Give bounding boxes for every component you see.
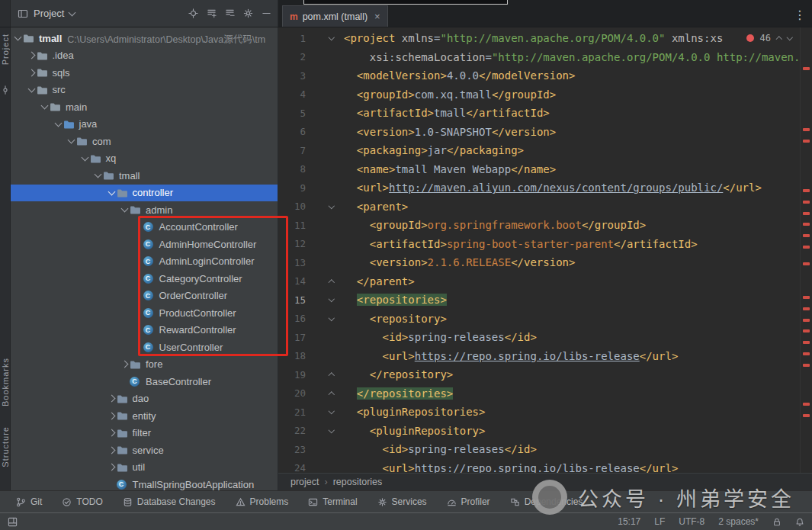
chevron-down-icon[interactable] [41,102,49,110]
chevron-right-icon[interactable] [108,464,115,471]
code-area[interactable]: 1<project xmlns="http://maven.apache.org… [278,27,812,473]
chevron-down-icon[interactable] [68,137,75,144]
toolwindow-button-todo[interactable]: TODO [52,491,112,512]
chevron-right-icon[interactable] [108,429,115,437]
tree-item-tmall[interactable]: tmallC:\Users\Administrator\Desktop\Java… [11,30,278,47]
line-number: 16 [278,313,306,324]
fold-close-icon[interactable] [328,373,334,379]
toolwindow-button-problems[interactable]: Problems [226,491,299,512]
tree-item-service[interactable]: service [11,442,278,459]
lock-icon[interactable] [772,517,782,527]
tree-item-tmallspringbootapplication[interactable]: CTmallSpringBootApplication [11,476,278,490]
tree-item-xq[interactable]: xq [11,150,278,168]
status-indent[interactable]: 2 spaces* [718,516,759,527]
commit-icon[interactable] [1,85,10,95]
expand-all-icon[interactable] [207,8,217,18]
fold-open-icon[interactable] [328,426,334,432]
code-line: 18 <url>https://repo.spring.io/libs-rele… [278,347,800,366]
fold-open-icon[interactable] [328,202,334,208]
tree-item-.idea[interactable]: .idea [11,47,278,65]
tree-item-util[interactable]: util [11,459,278,477]
tree-item-ordercontroller[interactable]: COrderController [11,287,278,305]
chevron-down-icon[interactable] [27,85,35,92]
prev-error-icon[interactable] [776,37,782,43]
toolwindow-button-services[interactable]: Services [367,491,437,512]
settings-icon[interactable] [243,8,253,18]
tree-item-usercontroller[interactable]: CUserController [11,339,278,356]
window-layout-icon[interactable] [8,517,18,527]
chevron-right-icon[interactable] [108,395,115,403]
tree-item-fore[interactable]: fore [11,356,278,374]
tree-item-dao[interactable]: dao [11,390,278,408]
more-options-icon[interactable]: ⋮ [794,8,812,27]
fold-close-icon[interactable] [328,391,334,397]
status-caret-position[interactable]: 15:17 [618,516,640,527]
inspections-widget[interactable]: 46 [743,31,795,45]
chevron-down-icon[interactable] [14,34,22,41]
tree-item-sqls[interactable]: sqls [11,64,278,82]
error-stripe-scrollbar[interactable] [800,27,812,473]
toolwindow-button-database-changes[interactable]: Database Changes [113,491,226,512]
fold-open-icon[interactable] [328,296,334,302]
fold-open-icon[interactable] [328,314,334,320]
close-icon[interactable]: × [374,11,380,22]
breadcrumb-item-project[interactable]: project [289,477,321,487]
fold-close-icon[interactable] [328,279,334,285]
tree-item-entity[interactable]: entity [11,407,278,425]
breadcrumb-item-repositories[interactable]: repositories [332,477,384,487]
tool-window-tab-structure[interactable]: Structure [1,426,10,467]
tree-item-productcontroller[interactable]: CProductController [11,304,278,322]
notifications-bell-icon[interactable] [795,517,804,527]
tree-item-categorycontroller[interactable]: CCategoryController [11,270,278,287]
chevron-right-icon[interactable] [108,446,115,454]
tree-item-accountcontroller[interactable]: CAccountController [11,219,278,236]
tree-item-controller[interactable]: controller [11,185,278,202]
toolwindow-button-git[interactable]: Git [6,491,52,512]
status-encoding[interactable]: UTF-8 [679,516,704,527]
chevron-right-icon[interactable] [108,412,115,419]
chevron-down-icon[interactable] [108,188,115,195]
fold-open-icon[interactable] [328,34,334,40]
chevron-down-icon[interactable] [81,153,88,161]
collapse-all-icon[interactable] [225,8,235,18]
toolwindow-button-dependencies[interactable]: Dependencies [500,491,593,512]
class-icon: C [143,308,158,318]
overlay-window-edge [303,0,508,5]
tool-window-tab-bookmarks[interactable]: Bookmarks [1,358,10,406]
tree-item-com[interactable]: com [11,133,278,150]
tree-item-admin[interactable]: admin [11,201,278,219]
tree-item-basecontroller[interactable]: CBaseController [11,373,278,390]
chevron-down-icon[interactable] [54,119,62,127]
next-error-icon[interactable] [786,34,792,40]
project-panel-title[interactable]: Project [34,8,64,19]
tree-item-tmall[interactable]: tmall [11,167,278,185]
error-indicator-icon [746,34,754,42]
code-line: 16 <repository> [278,310,800,329]
chevron-right-icon[interactable] [121,361,129,368]
tree-item-label: fore [146,358,162,370]
chevron-down-icon[interactable] [121,205,129,213]
editor-tab-pom-xml[interactable]: m pom.xml (tmall) × [282,5,388,27]
tree-item-java[interactable]: java [11,116,278,133]
tree-item-src[interactable]: src [11,82,278,99]
status-line-separator[interactable]: LF [654,516,665,527]
class-icon: C [143,291,158,300]
tree-item-main[interactable]: main [11,98,278,116]
chevron-right-icon[interactable] [27,69,35,76]
class-icon: C [143,325,158,335]
fold-open-icon[interactable] [328,408,334,414]
code-line: 21 <pluginRepositories> [278,403,800,422]
code-lines: 1<project xmlns="http://maven.apache.org… [278,29,800,473]
tree-item-adminhomecontroller[interactable]: CAdminHomeController [11,236,278,253]
tree-item-adminlogincontroller[interactable]: CAdminLoginController [11,253,278,271]
tool-window-tab-project[interactable]: Project [1,34,10,65]
chevron-down-icon[interactable] [95,171,102,178]
hide-icon[interactable] [262,8,271,18]
locate-icon[interactable] [188,8,198,18]
line-number: 19 [278,369,306,381]
tree-item-filter[interactable]: filter [11,425,278,442]
chevron-right-icon[interactable] [27,52,35,59]
tree-item-rewardcontroller[interactable]: CRewardController [11,322,278,339]
toolwindow-button-profiler[interactable]: Profiler [437,491,500,512]
toolwindow-button-terminal[interactable]: Terminal [298,491,367,512]
